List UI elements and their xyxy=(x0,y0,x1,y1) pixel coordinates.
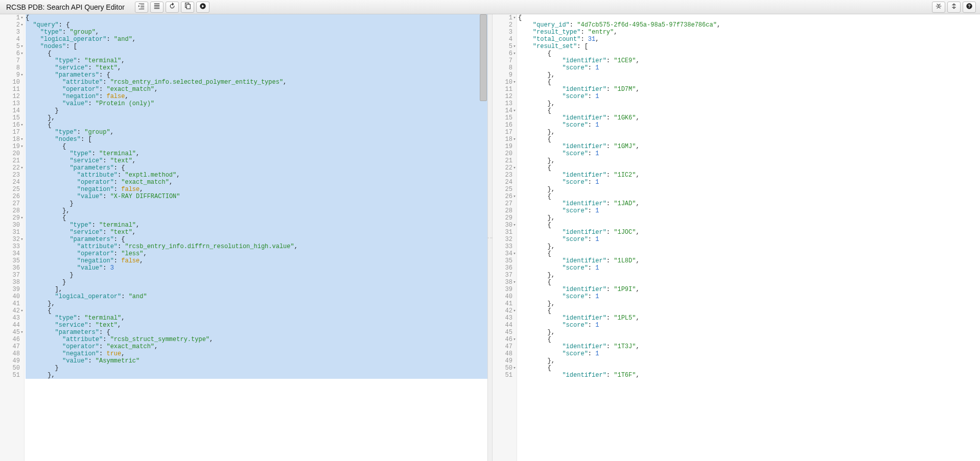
vertical-splitter[interactable]: ⋮ xyxy=(487,14,493,461)
run-button[interactable] xyxy=(196,2,209,13)
svg-rect-1 xyxy=(186,4,190,9)
expand-vertical-button[interactable] xyxy=(947,2,961,13)
copy-icon xyxy=(184,3,191,12)
run-icon xyxy=(199,3,206,12)
result-code[interactable]: { "query_id": "4d7cb575-2f6d-495a-98a5-9… xyxy=(517,14,980,379)
reset-button[interactable] xyxy=(166,2,179,13)
help-button[interactable]: ? xyxy=(963,2,976,13)
query-editor-pane: 1▾2▾345▾6▾789▾10111213141516▾1718▾19▾202… xyxy=(0,14,487,461)
scrollbar-thumb[interactable] xyxy=(480,14,487,101)
result-code-scroll[interactable]: { "query_id": "4d7cb575-2f6d-495a-98a5-9… xyxy=(517,14,980,461)
collapse-vertical-button[interactable] xyxy=(932,2,945,13)
indent-full-button[interactable] xyxy=(150,2,164,13)
indent-full-icon xyxy=(153,3,160,12)
toolbar: RCSB PDB: Search API Query Editor xyxy=(0,0,980,14)
indent-left-icon xyxy=(138,3,145,12)
query-code[interactable]: { "query": { "type": "group", "logical_o… xyxy=(25,14,487,379)
workspace: 1▾2▾345▾6▾789▾10111213141516▾1718▾19▾202… xyxy=(0,14,980,461)
app-title: RCSB PDB: Search API Query Editor xyxy=(2,3,129,11)
collapse-vertical-icon xyxy=(935,3,942,12)
expand-vertical-icon xyxy=(950,3,958,12)
query-code-scroll[interactable]: { "query": { "type": "group", "logical_o… xyxy=(25,14,487,461)
svg-text:?: ? xyxy=(968,4,970,9)
copy-button[interactable] xyxy=(181,2,194,13)
result-gutter: 1▾2345▾6▾78910▾11121314▾15161718▾1920212… xyxy=(493,14,517,461)
indent-left-button[interactable] xyxy=(135,2,148,13)
splitter-handle-icon: ⋮ xyxy=(487,235,493,240)
result-editor-pane: 1▾2345▾6▾78910▾11121314▾15161718▾1920212… xyxy=(493,14,980,461)
query-editor[interactable]: 1▾2▾345▾6▾789▾10111213141516▾1718▾19▾202… xyxy=(0,14,487,461)
help-icon: ? xyxy=(966,3,973,12)
result-editor[interactable]: 1▾2345▾6▾78910▾11121314▾15161718▾1920212… xyxy=(493,14,980,461)
reset-icon xyxy=(169,3,176,12)
query-gutter: 1▾2▾345▾6▾789▾10111213141516▾1718▾19▾202… xyxy=(0,14,25,461)
